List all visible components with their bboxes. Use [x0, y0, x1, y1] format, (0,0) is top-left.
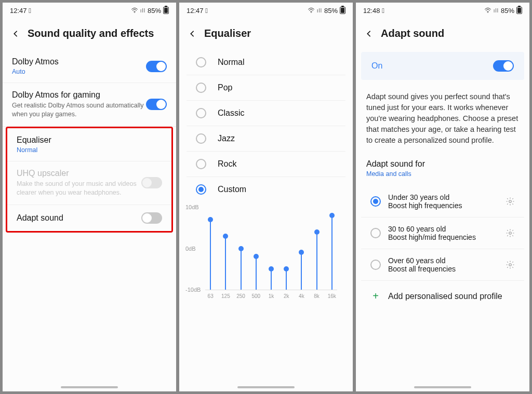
eq-band-4k[interactable] [296, 207, 307, 290]
screen-equaliser: 12:47 ⃞ ıll 85% Equaliser NormalPopClass… [179, 2, 353, 392]
eq-option-label: Classic [218, 108, 245, 118]
age-option-row[interactable]: Over 60 years oldBoost all frequencies [361, 249, 524, 281]
gear-icon[interactable] [506, 228, 515, 238]
radio-icon[interactable] [196, 108, 206, 118]
eq-band-1k[interactable] [266, 207, 276, 290]
adapt-for-sub: Media and calls [366, 170, 519, 178]
page-title: Adapt sound [381, 28, 444, 39]
battery-icon [516, 7, 522, 14]
home-indicator[interactable] [237, 386, 295, 388]
eq-ytick: -10dB [185, 287, 201, 293]
eq-sub: Normal [17, 146, 162, 154]
signal-icon: ıll [494, 8, 499, 13]
wifi-icon [484, 7, 491, 13]
page-header: Equaliser [179, 18, 353, 50]
eq-xlabel: 2k [281, 293, 291, 299]
svg-point-1 [311, 12, 312, 13]
adapt-on-row[interactable]: On [361, 52, 524, 80]
row-adapt-for[interactable]: Adapt sound for Media and calls [356, 153, 529, 186]
battery-percent: 85% [324, 7, 338, 15]
eq-option-label: Normal [218, 58, 245, 67]
eq-option-label: Custom [218, 185, 246, 194]
row-dolby-gaming[interactable]: Dolby Atmos for gaming Get realistic Dol… [3, 83, 176, 127]
battery-icon [163, 7, 169, 14]
eq-label: Equaliser [17, 135, 162, 145]
age-option-sub: Boost high frequencies [388, 201, 498, 210]
dolby-label: Dolby Atmos [12, 57, 146, 66]
status-bar: 12:47 ⃞ ıll 85% [3, 3, 176, 18]
eq-option-rock[interactable]: Rock [187, 152, 345, 177]
wifi-icon [131, 7, 138, 13]
eq-band-16k[interactable] [327, 207, 337, 290]
adapt-on-toggle[interactable] [493, 60, 514, 72]
battery-percent: 85% [501, 7, 514, 15]
signal-icon: ıll [140, 8, 145, 13]
eq-ytick: 0dB [185, 246, 196, 252]
uhq-label: UHQ upscaler [17, 169, 141, 178]
dolby-gaming-label: Dolby Atmos for gaming [12, 90, 146, 100]
age-option-label: Over 60 years old [388, 256, 498, 265]
row-equaliser[interactable]: Equaliser Normal [7, 128, 171, 161]
home-indicator[interactable] [414, 386, 471, 388]
radio-icon[interactable] [370, 260, 381, 270]
back-icon[interactable] [12, 30, 19, 37]
eq-option-jazz[interactable]: Jazz [187, 126, 345, 152]
uhq-toggle [141, 177, 162, 188]
adapt-for-label: Adapt sound for [366, 159, 519, 169]
row-add-profile[interactable]: + Add personalised sound profile [361, 281, 524, 311]
svg-point-0 [134, 12, 135, 13]
dolby-toggle[interactable] [146, 61, 167, 72]
radio-icon[interactable] [196, 133, 206, 144]
page-title: Equaliser [204, 28, 251, 39]
row-adapt-sound[interactable]: Adapt sound [7, 205, 171, 231]
eq-xlabel: 1k [266, 293, 276, 299]
radio-icon[interactable] [196, 184, 206, 195]
eq-band-125[interactable] [220, 207, 231, 290]
home-indicator[interactable] [61, 386, 118, 388]
eq-option-label: Rock [218, 159, 236, 169]
age-option-row[interactable]: 30 to 60 years oldBoost high/mid frequen… [361, 218, 524, 249]
eq-band-500[interactable] [251, 207, 261, 290]
radio-icon[interactable] [196, 83, 206, 93]
adapt-toggle[interactable] [141, 212, 162, 224]
plus-icon: + [370, 290, 381, 302]
battery-icon [340, 7, 345, 14]
dolby-gaming-sub: Get realistic Dolby Atmos sound automati… [12, 101, 146, 119]
eq-chart[interactable]: 10dB 0dB -10dB [205, 207, 337, 290]
status-bar: 12:47 ⃞ ıll 85% [179, 3, 353, 18]
dolby-gaming-toggle[interactable] [146, 99, 167, 110]
gear-icon[interactable] [506, 197, 515, 206]
highlight-box: Equaliser Normal UHQ upscaler Make the s… [6, 127, 173, 233]
eq-band-63[interactable] [205, 207, 216, 290]
radio-icon[interactable] [196, 57, 206, 67]
adapt-description: Adapt sound gives you perfect sound that… [356, 84, 529, 153]
row-dolby-atmos[interactable]: Dolby Atmos Auto [3, 50, 176, 83]
eq-option-classic[interactable]: Classic [187, 101, 345, 126]
age-option-row[interactable]: Under 30 years oldBoost high frequencies [361, 186, 524, 218]
radio-icon[interactable] [370, 196, 381, 207]
screen-sound-quality: 12:47 ⃞ ıll 85% Sound quality and effect… [2, 2, 177, 392]
adapt-label: Adapt sound [17, 213, 141, 223]
eq-option-pop[interactable]: Pop [187, 75, 345, 101]
eq-options-list: NormalPopClassicJazzRockCustom [179, 50, 353, 202]
row-uhq: UHQ upscaler Make the sound of your musi… [7, 161, 171, 205]
eq-band-8k[interactable] [311, 207, 322, 290]
status-time: 12:47 [187, 7, 204, 15]
eq-xlabel: 125 [220, 293, 231, 299]
eq-option-normal[interactable]: Normal [187, 50, 345, 75]
radio-icon[interactable] [370, 228, 381, 238]
age-option-sub: Boost all frequencies [388, 265, 498, 273]
back-icon[interactable] [189, 30, 196, 37]
age-option-label: 30 to 60 years old [388, 225, 498, 233]
signal-icon: ıll [317, 8, 322, 13]
status-time: 12:48 [363, 7, 380, 15]
status-time: 12:47 [10, 7, 27, 15]
gear-icon[interactable] [506, 260, 515, 269]
eq-option-custom[interactable]: Custom [187, 177, 345, 202]
eq-band-2k[interactable] [281, 207, 291, 290]
eq-band-250[interactable] [235, 207, 246, 290]
eq-ytick: 10dB [185, 204, 199, 210]
radio-icon[interactable] [196, 159, 206, 169]
back-icon[interactable] [365, 30, 373, 37]
page-title: Sound quality and effects [28, 28, 154, 39]
